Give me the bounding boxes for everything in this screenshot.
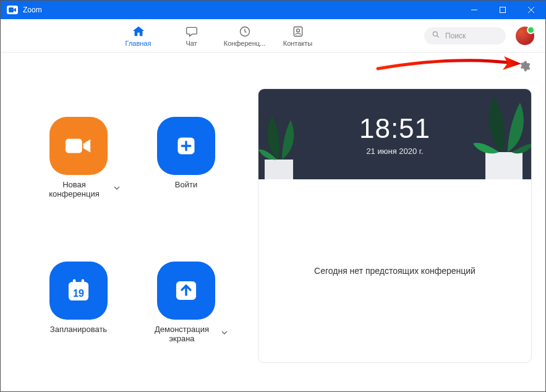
tab-label: Конференц... (224, 40, 266, 47)
maximize-button[interactable] (488, 1, 517, 19)
search-input[interactable]: Поиск (424, 27, 506, 45)
action-label: Запланировать (50, 325, 107, 334)
contacts-icon (291, 25, 305, 38)
chevron-down-icon[interactable] (221, 327, 228, 336)
svg-rect-17 (265, 160, 293, 179)
action-label: Демонстрация экрана (145, 325, 219, 343)
window-controls (460, 1, 545, 19)
svg-point-8 (433, 32, 437, 36)
svg-line-9 (437, 36, 439, 38)
search-icon (432, 30, 440, 41)
minimize-button[interactable] (460, 1, 488, 19)
svg-rect-18 (485, 152, 523, 179)
action-label: Войти (175, 180, 197, 189)
calendar-day: 19 (73, 288, 84, 299)
today-card: 18:51 21 июня 2020 г. Сегодня нет предст… (258, 88, 532, 363)
app-icon (7, 6, 18, 14)
svg-rect-2 (500, 7, 506, 13)
share-screen-button[interactable]: Демонстрация экрана (137, 262, 236, 378)
close-button[interactable] (517, 1, 545, 19)
tab-home[interactable]: Главная (114, 25, 163, 47)
chevron-down-icon[interactable] (114, 182, 120, 192)
svg-rect-6 (294, 27, 302, 36)
settings-button[interactable] (518, 60, 531, 72)
content: Новая конференция Войти 19 (1, 53, 545, 391)
clock-date: 21 июня 2020 г. (366, 147, 423, 156)
svg-point-7 (296, 28, 299, 32)
plant-decoration (467, 93, 531, 179)
share-icon (157, 262, 215, 320)
home-icon (132, 25, 145, 38)
action-label: Новая конференция (37, 180, 111, 198)
card-hero: 18:51 21 июня 2020 г. (258, 89, 531, 179)
avatar[interactable] (516, 27, 534, 45)
topbar: Главная Чат Конференц... Контакты Поиск (1, 19, 545, 53)
tab-contacts[interactable]: Контакты (273, 25, 323, 47)
tab-meetings[interactable]: Конференц... (220, 25, 270, 47)
svg-rect-0 (9, 7, 14, 12)
join-button[interactable]: Войти (137, 117, 236, 233)
svg-rect-10 (66, 139, 82, 153)
video-icon (49, 117, 108, 175)
clock-time: 18:51 (359, 113, 430, 144)
plant-decoration (258, 111, 309, 179)
tab-chat[interactable]: Чат (167, 25, 216, 47)
chat-icon (185, 25, 198, 38)
card-empty-text: Сегодня нет предстоящих конференций (258, 179, 531, 362)
home-actions: Новая конференция Войти 19 (29, 66, 239, 378)
schedule-button[interactable]: 19 Запланировать (29, 262, 128, 378)
new-meeting-button[interactable]: Новая конференция (29, 117, 128, 233)
window-title: Zoom (23, 6, 460, 14)
search-placeholder: Поиск (445, 32, 466, 40)
plus-icon (157, 117, 215, 175)
titlebar: Zoom (1, 1, 545, 19)
tab-label: Контакты (283, 40, 313, 47)
tab-label: Чат (186, 40, 197, 47)
svg-rect-15 (69, 282, 88, 288)
nav-tabs: Главная Чат Конференц... Контакты (114, 25, 323, 47)
clock-icon (238, 25, 252, 38)
tab-label: Главная (126, 40, 151, 47)
calendar-icon: 19 (49, 262, 108, 320)
